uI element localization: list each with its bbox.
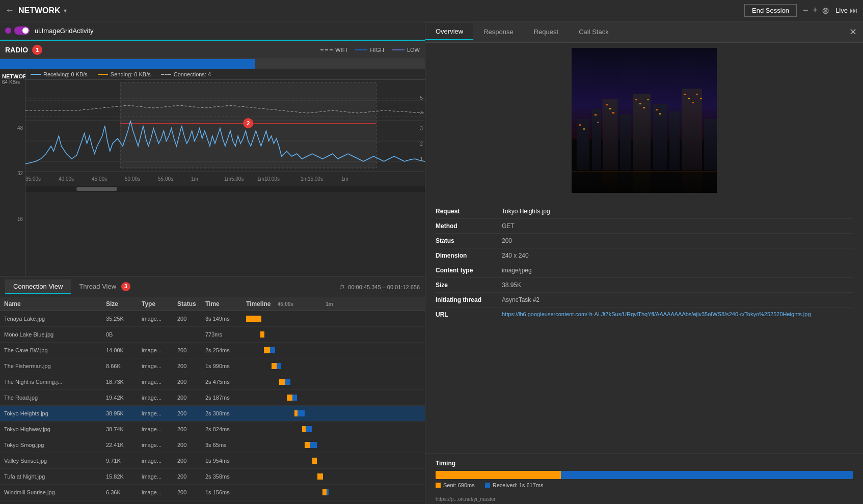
status-value: 200 [502,237,512,244]
close-circle-icon[interactable]: ⊗ [822,5,829,16]
cell-timeline [242,422,425,437]
table-row[interactable]: The Night is Coming.j... 18.73K image...… [0,374,425,390]
request-value: Tokyo Heights.jpg [502,208,550,215]
time-tick-10: 1m [341,176,348,182]
table-row[interactable]: The Fisherman.jpg 8.66K image... 200 1s … [0,358,425,374]
cell-name: The Cave BW.jpg [0,343,102,358]
cell-size: 18.73K [102,374,138,390]
table-body: Tenaya Lake.jpg 35.25K image... 200 3s 1… [0,311,425,505]
network-label: NETWORK [2,73,23,79]
dimension-value: 240 x 240 [502,252,529,259]
cell-timeline [242,406,425,422]
scrollbar-area[interactable] [25,186,425,192]
end-session-button[interactable]: End Session [744,4,797,17]
minimize-icon[interactable]: − [803,5,808,16]
received-label: Received: 1s 617ms [493,482,544,488]
cell-status: 200 [173,406,201,422]
table-row[interactable]: Windmill Sunrise.jpg 6.36K image... 200 … [0,485,425,500]
cell-timeline [242,343,425,358]
tab-request[interactable]: Request [524,24,569,40]
tab-call-stack[interactable]: Call Stack [569,24,619,40]
maximize-icon[interactable]: + [813,5,818,16]
cell-timeline [242,453,425,469]
dropdown-icon[interactable]: ▾ [64,7,67,14]
chart-area[interactable]: Receiving: 0 KB/s Sending: 0 KB/s Connec… [25,69,425,276]
activity-toggle[interactable] [14,26,30,35]
cell-status: 200 [173,453,201,469]
url-value[interactable]: https://lh6.googleusercontent.com/-h-ALJ… [502,311,811,317]
back-button[interactable]: ← [5,5,14,16]
cell-time: 3s 149ms [201,311,242,327]
table-container[interactable]: Name Size Type Status Time Timeline 45:0… [0,297,425,504]
legend-sending: Sending: 0 KB/s [98,71,151,77]
scrollbar-thumb[interactable] [76,187,117,191]
table-row[interactable]: Tufa at Night.jpg 15.82K image... 200 2s… [0,469,425,485]
tab-overview[interactable]: Overview [425,23,473,40]
content-type-value: image/jpeg [502,267,532,274]
timing-section: Timing Sent: 690ms Received: 1s 617ms [425,453,863,494]
cell-timeline [242,358,425,374]
page-title: NETWORK [18,6,61,15]
col-timeline: Timeline 45:00s 1m [242,297,425,311]
table-row[interactable]: The Cave BW.jpg 14.00K image... 200 2s 2… [0,343,425,358]
cell-timeline [242,374,425,390]
preview-image [572,48,717,193]
table-row[interactable]: Windmill.jpg 8.04K image... 200 1s 903ms [0,500,425,505]
radio-chart-bar [0,59,255,69]
table-row[interactable]: Tokyo Heights.jpg 38.95K image... 200 2s… [0,406,425,422]
detail-size: Size 38.95K [436,278,853,293]
time-tick-1: 35.00s [25,176,41,182]
table-row[interactable]: Tokyo Smog.jpg 22.41K image... 200 3s 65… [0,437,425,453]
left-panel: ui.ImageGridActivity RADIO 1 WIFI HIGH L… [0,21,425,504]
time-axis: 35.00s 40.00s 45.00s 50.00s 55.00s 1m 1m… [25,172,425,186]
table-row[interactable]: Mono Lake Blue.jpg 0B 773ms [0,327,425,343]
initiating-thread-label: Initiating thread [436,296,502,303]
size-label: Size [436,282,502,289]
live-label: Live [835,7,848,14]
cell-timeline [242,485,425,500]
connection-view-tab[interactable]: Connection View [5,279,71,294]
detail-method: Method GET [436,219,853,234]
cell-type: image... [138,390,173,406]
tab-response[interactable]: Response [473,24,524,40]
cell-status: 200 [173,343,201,358]
cell-type: image... [138,500,173,505]
activity-label: ui.ImageGridActivity [35,27,94,35]
cell-status: 200 [173,390,201,406]
cell-type: image... [138,343,173,358]
table-row[interactable]: Tenaya Lake.jpg 35.25K image... 200 3s 1… [0,311,425,327]
time-range: ⏱ 00:00:45.345 – 00:01:12.656 [339,284,420,290]
cell-name: Valley Sunset.jpg [0,453,102,469]
table-row[interactable]: The Road.jpg 19.42K image... 200 2s 187m… [0,390,425,406]
cell-time: 1s 954ms [201,453,242,469]
sent-legend: Sent: 690ms [436,482,475,488]
time-tick-4: 50.00s [125,176,140,182]
cell-size: 19.42K [102,390,138,406]
cell-timeline [242,437,425,453]
close-button[interactable]: ✕ [843,22,863,42]
cell-type: image... [138,469,173,485]
cell-name: The Road.jpg [0,390,102,406]
time-tick-7: 1m5.00s [224,176,244,182]
chart-svg[interactable]: 2 5 4 3 2 1 [25,80,425,172]
cell-time: 2s 475ms [201,374,242,390]
cell-status: 200 [173,374,201,390]
radio-row: RADIO 1 WIFI HIGH LOW [0,41,425,59]
table-row[interactable]: Valley Sunset.jpg 9.71K image... 200 1s … [0,453,425,469]
cell-status: 200 [173,437,201,453]
table-row[interactable]: Tokyo Highway.jpg 38.74K image... 200 2s… [0,422,425,437]
cell-type: image... [138,453,173,469]
radio-chart [0,59,425,69]
received-legend: Received: 1s 617ms [485,482,544,488]
thread-view-tab[interactable]: Thread View 3 [71,279,138,295]
cell-time: 2s 308ms [201,406,242,422]
timing-label: Timing [436,460,853,467]
radio-label: RADIO [5,46,28,54]
cell-timeline [242,327,425,343]
skip-to-end-button[interactable]: ⏭ [850,6,858,15]
time-tick-9: 1m15.00s [301,176,323,182]
col-type: Type [138,297,173,311]
timing-legend: Sent: 690ms Received: 1s 617ms [436,482,853,488]
cell-name: Tufa at Night.jpg [0,469,102,485]
col-status: Status [173,297,201,311]
